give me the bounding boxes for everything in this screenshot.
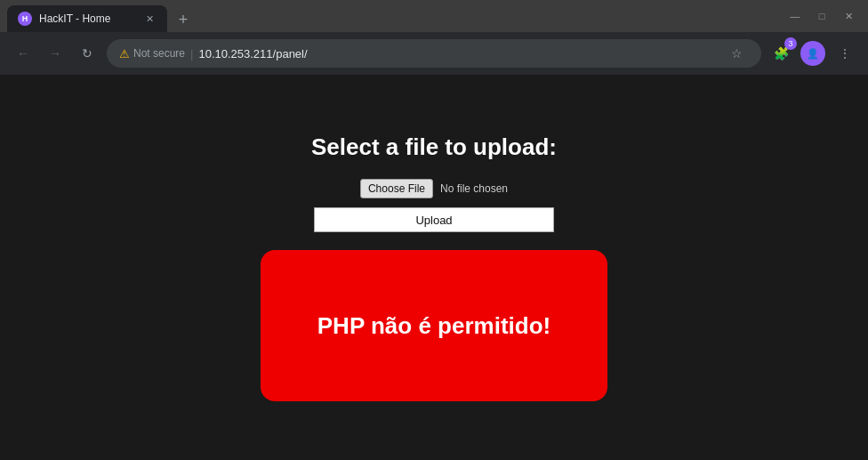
active-tab[interactable]: H HackIT - Home ✕ xyxy=(7,5,167,32)
forward-button[interactable]: → xyxy=(43,41,68,66)
error-message: PHP não é permitido! xyxy=(317,312,551,340)
title-bar: H HackIT - Home ✕ + — □ ✕ xyxy=(0,0,868,32)
url-bar[interactable]: ⚠ Not secure | 10.10.253.211/panel/ ☆ xyxy=(107,39,761,68)
not-secure-indicator: ⚠ Not secure xyxy=(119,47,185,61)
reload-button[interactable]: ↻ xyxy=(75,41,100,66)
url-actions: ☆ xyxy=(724,41,749,66)
url-separator: | xyxy=(190,47,193,61)
no-file-label: No file chosen xyxy=(440,182,508,195)
warning-icon: ⚠ xyxy=(119,47,130,61)
profile-button[interactable]: 👤 xyxy=(800,41,825,66)
not-secure-text: Not secure xyxy=(133,47,185,60)
window-controls: — □ ✕ xyxy=(783,4,861,28)
page-content: Select a file to upload: Choose File No … xyxy=(0,75,868,460)
back-button[interactable]: ← xyxy=(11,41,36,66)
menu-button[interactable]: ⋮ xyxy=(832,41,857,66)
tab-area: H HackIT - Home ✕ + xyxy=(7,0,196,32)
maximize-button[interactable]: □ xyxy=(809,4,834,28)
tab-close-button[interactable]: ✕ xyxy=(142,12,157,26)
new-tab-button[interactable]: + xyxy=(171,7,196,32)
address-bar: ← → ↻ ⚠ Not secure | 10.10.253.211/panel… xyxy=(0,32,868,75)
tab-favicon: H xyxy=(18,12,32,26)
bookmark-button[interactable]: ☆ xyxy=(724,41,749,66)
url-text: 10.10.253.211/panel/ xyxy=(198,47,307,61)
tab-title: HackIT - Home xyxy=(39,12,135,25)
close-window-button[interactable]: ✕ xyxy=(836,4,861,28)
extensions-badge: 3 xyxy=(784,37,797,50)
extensions-button[interactable]: 🧩 3 xyxy=(768,41,793,66)
error-box: PHP não é permitido! xyxy=(261,250,607,401)
choose-file-button[interactable]: Choose File xyxy=(360,179,433,198)
upload-form: Choose File No file chosen Upload xyxy=(314,179,554,232)
minimize-button[interactable]: — xyxy=(783,4,808,28)
file-input-row: Choose File No file chosen xyxy=(360,179,508,198)
upload-button[interactable]: Upload xyxy=(314,207,554,232)
profile-icon: 👤 xyxy=(807,48,819,60)
page-title: Select a file to upload: xyxy=(311,133,557,161)
